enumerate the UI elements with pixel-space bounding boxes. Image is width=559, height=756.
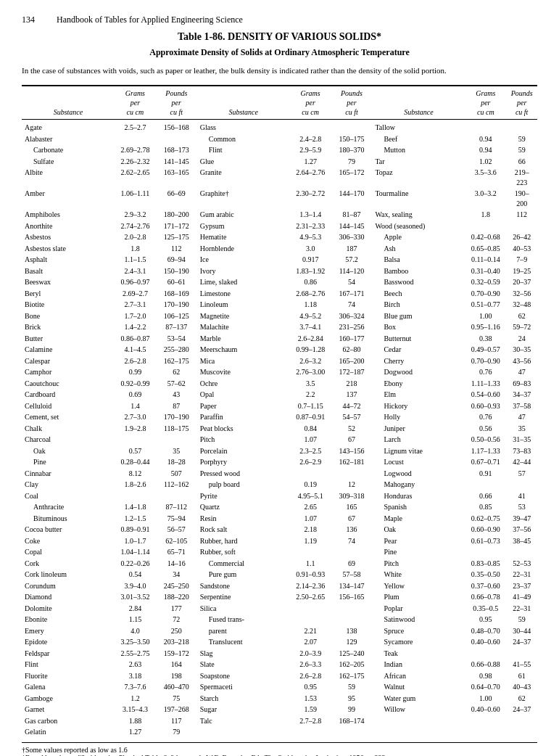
table-row: Agate2.5–2.7156–168GlassTallow xyxy=(22,120,537,133)
book-title: Handbook of Tables for Applied Engineeri… xyxy=(57,15,243,25)
col-header-pounds1: Poundspercu ft xyxy=(156,86,197,120)
table-row: Biotite2.7–3.1170–190Linoleum1.1874Birch… xyxy=(22,299,537,311)
table-row: Cocoa butter0.89–0.9156–57Rock salt2.181… xyxy=(22,524,537,535)
table-row: Cinnabar8.12507Pressed woodLogwood0.9157 xyxy=(22,468,537,480)
page-number-line: 134 Handbook of Tables for Applied Engin… xyxy=(22,15,537,25)
intro-text: In the case of substances with voids, su… xyxy=(22,65,537,76)
table-row: Bone1.7–2.0106–125Magnetite4.9–5.2306–32… xyxy=(22,311,537,322)
table-row: Galena7.3–7.6460–470Spermaceti0.9559Waln… xyxy=(22,681,537,693)
col-header-pounds3: Poundspercu ft xyxy=(506,86,537,120)
table-row: Anorthite2.74–2.76171–172Gypsum2.31–2.33… xyxy=(22,221,537,232)
table-row: Flint2.63164Slate2.6–3.3162–205Indian0.6… xyxy=(22,659,537,670)
table-row: Bituminous1.2–1.575–94Resin1.0767Maple0.… xyxy=(22,513,537,525)
table-row: Brick1.4–2.287–137Malachite3.7–4.1231–25… xyxy=(22,321,537,333)
table-row: Cork0.22–0.2614–16Commercial1.169Pitch0.… xyxy=(22,558,537,570)
table-row: Feldspar2.55–2.75159–172Slag2.0–3.9125–2… xyxy=(22,648,537,660)
table-row: Corundum3.9–4.0245–250Sandstone2.14–2.36… xyxy=(22,580,537,592)
table-row: Diamond3.01–3.52188–220Serpentine2.50–2.… xyxy=(22,591,537,603)
footnote-1: †Some values reported as low as 1.6 xyxy=(22,746,537,754)
table-row: Emery4.0250parent2.21138Spruce0.48–0.703… xyxy=(22,625,537,637)
table-row: Amber1.06–1.1166–69Graphite†2.30–2.72144… xyxy=(22,188,537,209)
table-row: Butter0.86–0.8753–54Marble2.6–2.84160–17… xyxy=(22,333,537,345)
table-subtitle: Approximate Density of Solids at Ordinar… xyxy=(22,47,537,58)
table-row: Epidote3.25–3.50203–218Translucent2.0712… xyxy=(22,636,537,648)
table-row: Clay1.8–2.6112–162pulp board0.1912Mahoga… xyxy=(22,479,537,490)
table-row: Celluloid1.487Paper0.7–1.1544–72Hickory0… xyxy=(22,400,537,412)
table-row: Asbestos slate1.8112Hornblende3.0187Ash0… xyxy=(22,243,537,255)
table-row: Gas carbon1.88117Talc2.7–2.8168–174 xyxy=(22,715,537,727)
table-row: CoalPyrite4.95–5.1309–318Honduras0.6641 xyxy=(22,490,537,502)
table-title: Table 1-86. DENSITY OF VARIOUS SOLIDS* xyxy=(22,31,537,43)
density-table: Substance Gramspercu cm Poundspercu ft S… xyxy=(22,85,537,738)
table-row: Oak0.5735Porcelain2.3–2.5143–156Lignum v… xyxy=(22,445,537,457)
table-row: Coke1.0–1.762–105Rubber, hard1.1974Pear0… xyxy=(22,535,537,547)
col-header-grams2: Gramspercu cm xyxy=(290,86,331,120)
col-header-substance1: Substance xyxy=(22,86,115,120)
col-header-grams3: Gramspercu cm xyxy=(465,86,506,120)
table-row: Garnet3.15–4.3197–268Sugar1.5999Willow0.… xyxy=(22,704,537,715)
col-header-pounds2: Poundspercu ft xyxy=(331,86,373,120)
table-row: Sulfate2.26–2.32141–145Glue1.2779Tar1.02… xyxy=(22,156,537,168)
table-row: Cement, set2.7–3.0170–190Paraffin0.87–0.… xyxy=(22,411,537,423)
table-row: Chalk1.9–2.8118–175Peat blocks0.8452Juni… xyxy=(22,423,537,435)
page-number: 134 xyxy=(22,15,35,25)
table-row: Asbestos2.0–2.8125–175Hematite4.9–5.3306… xyxy=(22,231,537,243)
table-row: CharcoalPitch1.0767Larch0.50–0.5631–35 xyxy=(22,434,537,445)
table-row: Copal1.04–1.1465–71Rubber, softPine xyxy=(22,546,537,558)
table-row: AlabasterCommon2.4–2.8150–175Beef0.9459 xyxy=(22,133,537,145)
table-row: Dolomite2.84177SilicaPoplar0.35–0.522–31 xyxy=(22,603,537,615)
table-row: Gamboge1.275Starch1.5395Water gum1.0062 xyxy=(22,693,537,704)
footnotes: †Some values reported as low as 1.6 *Bas… xyxy=(22,742,537,756)
table-row: Carbonate2.69–2.78168–173Flint2.9–5.9180… xyxy=(22,144,537,156)
table-row: Ebonite1.1572Fused trans-Satinwood0.9559 xyxy=(22,614,537,625)
table-row: Camphor0.9962Muscovite2.76–3.00172–187Do… xyxy=(22,366,537,378)
table-row: Calespar2.6–2.8162–175Mica2.6–3.2165–200… xyxy=(22,356,537,367)
table-row: Basalt2.4–3.1150–190Ivory1.83–1.92114–12… xyxy=(22,266,537,277)
col-header-substance2: Substance xyxy=(197,86,290,120)
table-row: Gelatin1.2779 xyxy=(22,726,537,738)
table-row: Asphalt1.1–1.569–94Ice0.91757.2Balsa0.11… xyxy=(22,254,537,266)
col-header-grams1: Gramspercu cm xyxy=(115,86,156,120)
table-row: Beryl2.69–2.7168–169Limestone2.68–2.7616… xyxy=(22,288,537,300)
table-row: Caoutchouc0.92–0.9957–62Ochre3.5218Ebony… xyxy=(22,378,537,390)
table-row: Fluorite3.18198Soapstone2.6–2.8162–175Af… xyxy=(22,670,537,682)
table-row: Amphiboles2.9–3.2180–200Gum arabic1.3–1.… xyxy=(22,209,537,221)
table-row: Pine0.28–0.4418–28Porphyry2.6–2.9162–181… xyxy=(22,456,537,468)
table-row: Beeswax0.96–0.9760–61Lime, slaked0.8654B… xyxy=(22,276,537,288)
table-row: Cardboard0.6943Opal2.2137Elm0.54–0.6034–… xyxy=(22,389,537,400)
col-header-substance3: Substance xyxy=(372,86,465,120)
table-row: Anthracite1.4–1.887–112Quartz2.65165Span… xyxy=(22,501,537,513)
table-row: Calamine4.1–4.5255–280Meerschaum0.99–1.2… xyxy=(22,344,537,356)
table-row: Albite2.62–2.65163–165Granite2.64–2.7616… xyxy=(22,167,537,188)
table-row: Cork linoleum0.5434Pure gum0.91–0.9357–5… xyxy=(22,569,537,580)
